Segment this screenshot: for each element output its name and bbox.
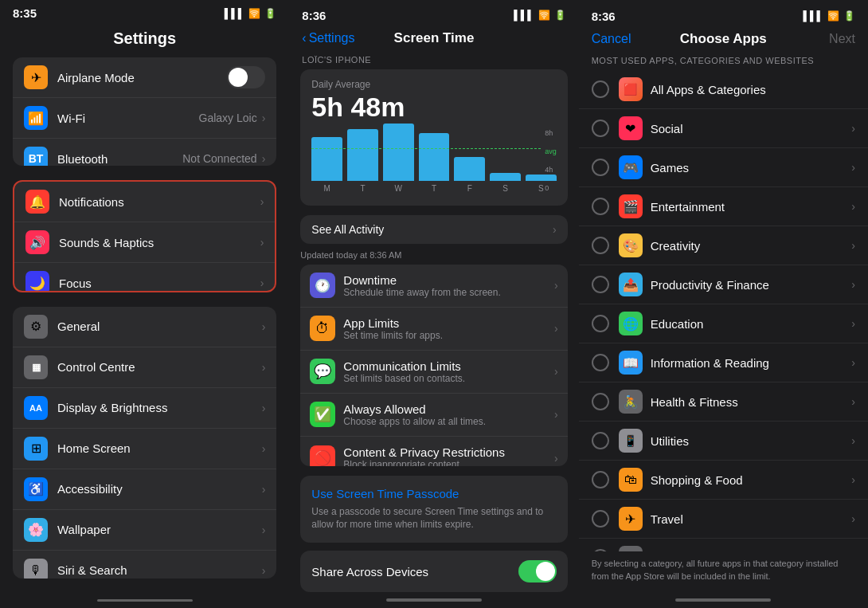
next-button[interactable]: Next (829, 32, 855, 46)
chart-bars: M T W T F (311, 129, 556, 193)
ca-item-travel[interactable]: ✈ Travel › (579, 500, 868, 539)
ca-radio-productivity[interactable] (592, 276, 609, 293)
ca-item-utilities[interactable]: 📱 Utilities › (579, 422, 868, 461)
ca-label-social: Social (651, 122, 852, 135)
content-text: Content & Privacy Restrictions Block ina… (343, 445, 554, 466)
ca-item-productivity[interactable]: 📤 Productivity & Finance › (579, 265, 868, 304)
wifi-label: Wi-Fi (57, 112, 199, 125)
ca-item-entertainment[interactable]: 🎬 Entertainment › (579, 187, 868, 226)
ca-radio-allapps[interactable] (592, 80, 609, 98)
wifi-value: Galaxy Loic (199, 112, 257, 124)
ca-radio-education[interactable] (592, 315, 609, 332)
st-item-downtime[interactable]: 🕐 Downtime Schedule time away from the s… (300, 265, 567, 308)
ca-header: Cancel Choose Apps Next (579, 29, 868, 53)
ca-item-shopping[interactable]: 🛍 Shopping & Food › (579, 461, 868, 500)
settings-item-notifications[interactable]: 🔔 Notifications › (14, 182, 275, 222)
settings-item-focus[interactable]: 🌙 Focus › (14, 263, 275, 292)
ca-item-education[interactable]: 🌐 Education › (579, 304, 868, 343)
screentime-header: ‹ Settings Screen Time (289, 28, 578, 52)
ca-icon-utilities: 📱 (619, 429, 643, 453)
settings-item-wallpaper[interactable]: 🌸 Wallpaper › (13, 510, 276, 551)
content-subtitle: Block inappropriate content. (343, 459, 554, 466)
back-button[interactable]: ‹ Settings (302, 31, 354, 45)
settings-item-control[interactable]: ▦ Control Centre › (13, 347, 276, 388)
control-chevron: › (262, 361, 266, 374)
ca-item-other[interactable]: ··· Other › (579, 539, 868, 551)
settings-item-general[interactable]: ⚙ General › (13, 307, 276, 347)
notifications-label: Notifications (59, 195, 260, 209)
bar-T2: T (419, 133, 450, 193)
settings-item-homescreen[interactable]: ⊞ Home Screen › (13, 429, 276, 469)
siri-icon: 🎙 (24, 559, 48, 579)
ca-item-games[interactable]: 🎮 Games › (579, 148, 868, 187)
home-indicator-2 (386, 598, 482, 602)
see-all-row[interactable]: See All Activity › (300, 215, 567, 244)
share-label: Share Across Devices (311, 565, 428, 579)
see-all-text: See All Activity (311, 223, 384, 236)
content-title: Content & Privacy Restrictions (343, 445, 554, 459)
settings-item-bluetooth[interactable]: BT Bluetooth Not Connected › (13, 139, 276, 166)
ca-title: Choose Apps (680, 31, 767, 47)
ca-radio-info[interactable] (592, 354, 609, 371)
ca-item-allapps[interactable]: 🟥 All Apps & Categories (579, 70, 868, 109)
share-toggle[interactable] (518, 560, 557, 583)
allowed-title: Always Allowed (343, 402, 554, 416)
settings-item-airplane[interactable]: ✈ Airplane Mode (13, 57, 276, 98)
info-chevron: › (851, 356, 855, 369)
settings-item-display[interactable]: AA Display & Brightness › (13, 388, 276, 429)
airplane-icon: ✈ (24, 65, 48, 89)
settings-item-wifi[interactable]: 📶 Wi-Fi Galaxy Loic › (13, 98, 276, 139)
cancel-button[interactable]: Cancel (592, 32, 631, 46)
display-icon: AA (24, 396, 48, 420)
ca-radio-creativity[interactable] (592, 237, 609, 254)
st-item-commlimits[interactable]: 💬 Communication Limits Set limits based … (300, 351, 567, 394)
st-item-applimits[interactable]: ⏱ App Limits Set time limits for apps. › (300, 308, 567, 351)
bluetooth-value: Not Connected (182, 152, 256, 165)
siri-chevron: › (262, 564, 266, 577)
settings-item-accessibility[interactable]: ♿ Accessibility › (13, 469, 276, 510)
st-item-allowed[interactable]: ✅ Always Allowed Choose apps to allow at… (300, 394, 567, 437)
passcode-card[interactable]: Use Screen Time Passcode Use a passcode … (300, 476, 567, 543)
bar-W-label: W (395, 184, 402, 193)
ca-label-creativity: Creativity (651, 239, 852, 253)
bar-W-fill (383, 124, 414, 181)
updated-text: Updated today at 8:36 AM (289, 249, 578, 265)
ca-radio-social[interactable] (592, 120, 609, 137)
general-icon: ⚙ (24, 315, 48, 339)
signal-icon-3: ▌▌▌ (803, 10, 823, 22)
ca-footer: By selecting a category, all future apps… (579, 551, 868, 592)
st-item-content[interactable]: 🚫 Content & Privacy Restrictions Block i… (300, 437, 567, 466)
bluetooth-icon: BT (24, 147, 48, 166)
settings-group-connectivity: ✈ Airplane Mode 📶 Wi-Fi Galaxy Loic › BT… (13, 57, 276, 166)
ca-radio-travel[interactable] (592, 510, 609, 528)
notifications-chevron: › (260, 195, 264, 208)
bar-F: F (454, 157, 485, 193)
ca-label-productivity: Productivity & Finance (651, 278, 852, 292)
ca-item-creativity[interactable]: 🎨 Creativity › (579, 226, 868, 265)
back-label: Settings (309, 31, 355, 45)
utilities-chevron: › (851, 434, 855, 447)
ca-item-info[interactable]: 📖 Information & Reading › (579, 343, 868, 382)
ca-item-social[interactable]: ❤ Social › (579, 109, 868, 148)
ca-radio-entertainment[interactable] (592, 198, 609, 215)
allowed-text: Always Allowed Choose apps to allow at a… (343, 402, 554, 427)
ca-radio-shopping[interactable] (592, 471, 609, 488)
ca-radio-games[interactable] (592, 159, 609, 176)
ca-item-health[interactable]: 🚴 Health & Fitness › (579, 382, 868, 422)
bluetooth-label: Bluetooth (57, 152, 182, 166)
status-bar-2: 8:36 ▌▌▌ 🛜 🔋 (289, 0, 578, 28)
settings-item-sounds[interactable]: 🔊 Sounds & Haptics › (14, 222, 275, 263)
signal-icon-2: ▌▌▌ (514, 10, 534, 21)
wallpaper-icon: 🌸 (24, 518, 48, 542)
applimits-chevron: › (554, 322, 558, 335)
airplane-toggle[interactable] (227, 66, 265, 88)
see-all-chevron: › (553, 223, 557, 236)
bar-W: W (383, 124, 414, 193)
settings-item-siri[interactable]: 🎙 Siri & Search › (13, 551, 276, 579)
ca-radio-health[interactable] (592, 393, 609, 410)
battery-icon: 🔋 (264, 8, 276, 19)
status-bar-1: 8:35 ▌▌▌ 🛜 🔋 (0, 0, 289, 23)
ca-radio-utilities[interactable] (592, 432, 609, 449)
ca-icon-productivity: 📤 (619, 273, 643, 296)
siri-label: Siri & Search (57, 563, 262, 577)
